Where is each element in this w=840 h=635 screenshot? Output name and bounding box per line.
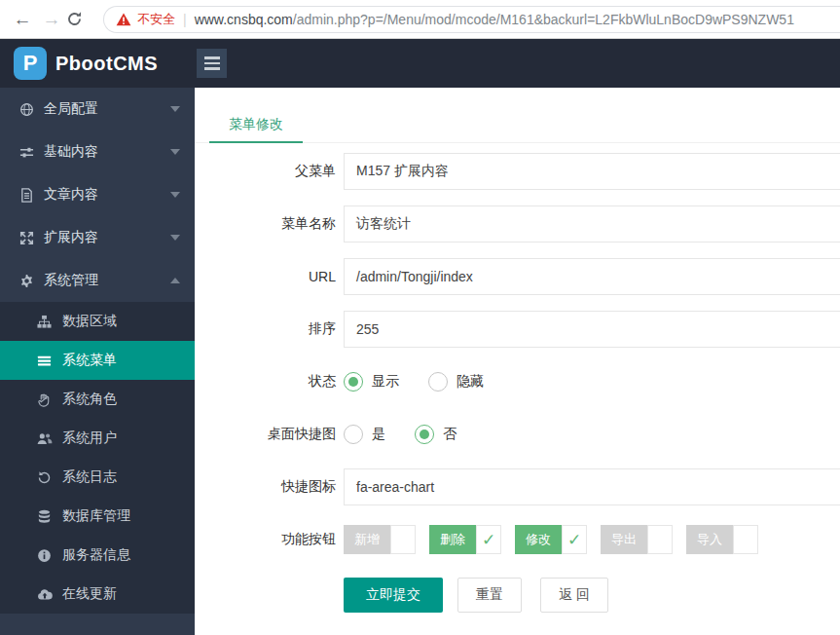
form-row-desktop-shortcut: 桌面快捷图 是 否 <box>195 416 840 453</box>
sidebar-item-label: 文章内容 <box>44 186 98 204</box>
parent-menu-select[interactable]: M157 扩展内容 <box>344 153 840 190</box>
function-toggle-export[interactable]: 导出 ✓ <box>601 525 673 554</box>
reset-button[interactable]: 重置 <box>457 578 522 613</box>
chevron-down-icon <box>170 106 180 112</box>
logo: P PbootCMS <box>0 47 195 80</box>
sidebar-item-basic-content[interactable]: 基础内容 <box>0 131 195 173</box>
sidebar-item-global-config[interactable]: 全局配置 <box>0 88 195 131</box>
hand-icon <box>37 392 53 407</box>
checkbox-icon: ✓ <box>562 525 587 554</box>
sort-input[interactable]: 255 <box>344 311 840 348</box>
field-label: 排序 <box>195 320 336 338</box>
sidebar-item-system-users[interactable]: 系统用户 <box>0 419 195 458</box>
field-label: 状态 <box>195 373 336 391</box>
shortcut-icon-input[interactable]: fa-area-chart <box>344 468 840 505</box>
address-bar[interactable]: 不安全 | www.cnsbq.com/admin.php?p=/Menu/mo… <box>103 6 840 33</box>
sidebar-toggle-button[interactable] <box>197 49 227 78</box>
sidebar-item-label: 服务器信息 <box>62 546 130 564</box>
form-row-menu-name: 菜单名称 访客统计 <box>195 205 840 243</box>
submit-button[interactable]: 立即提交 <box>344 578 443 613</box>
chevron-down-icon <box>170 235 180 241</box>
system-management-submenu: 数据区域 系统菜单 系统角色 <box>0 302 195 614</box>
checkbox-icon: ✓ <box>733 525 758 554</box>
url-input[interactable]: /admin/Tongji/index <box>344 258 840 295</box>
checkbox-icon: ✓ <box>390 525 416 554</box>
field-label: 快捷图标 <box>195 478 336 496</box>
function-toggle-add[interactable]: 新增 ✓ <box>344 525 416 554</box>
users-icon <box>37 430 53 446</box>
tab-bar: 菜单修改 <box>195 88 840 143</box>
sidebar-item-extended-content[interactable]: 扩展内容 <box>0 216 195 259</box>
warning-triangle-icon <box>116 13 131 26</box>
cms-header: P PbootCMS <box>0 39 840 88</box>
shortcut-radio-no[interactable]: 否 <box>415 425 457 444</box>
checkbox-icon: ✓ <box>476 525 501 554</box>
sidebar-item-article-content[interactable]: 文章内容 <box>0 173 195 216</box>
hamburger-icon <box>204 56 220 59</box>
field-label: URL <box>195 269 336 284</box>
form-row-parent-menu: 父菜单 M157 扩展内容 <box>195 153 840 190</box>
form-actions: 立即提交 重置 返 回 <box>344 578 840 613</box>
sidebar-item-database-management[interactable]: 数据库管理 <box>0 497 195 536</box>
form-row-shortcut-icon: 快捷图标 fa-area-chart <box>195 468 840 505</box>
function-toggle-import[interactable]: 导入 ✓ <box>686 525 758 554</box>
browser-toolbar: ← → 不安全 | www.cnsbq.com/admin.php?p=/Men… <box>0 0 840 39</box>
function-toggle-delete[interactable]: 删除 ✓ <box>429 525 501 554</box>
field-label: 功能按钮 <box>195 531 336 548</box>
menu-name-input[interactable]: 访客统计 <box>344 205 840 243</box>
sidebar: 全局配置 基础内容 文章内容 <box>0 88 195 635</box>
field-label: 父菜单 <box>195 163 336 180</box>
address-separator: | <box>183 12 187 27</box>
page: ← → 不安全 | www.cnsbq.com/admin.php?p=/Men… <box>0 0 840 635</box>
list-icon <box>37 353 53 368</box>
radio-icon <box>415 425 434 444</box>
browser-reload-button[interactable] <box>66 11 95 27</box>
shortcut-radio-yes[interactable]: 是 <box>344 425 385 444</box>
sidebar-item-system-log[interactable]: 系统日志 <box>0 458 195 497</box>
url-path: /admin.php?p=/Menu/mod/mcode/M161&backur… <box>293 12 794 27</box>
sidebar-item-label: 系统角色 <box>62 391 117 408</box>
browser-forward-button[interactable]: → <box>37 9 66 30</box>
form-row-url: URL /admin/Tongji/index <box>195 258 840 295</box>
sidebar-item-system-role[interactable]: 系统角色 <box>0 380 195 419</box>
sidebar-item-label: 扩展内容 <box>44 229 98 246</box>
page-url: www.cnsbq.com/admin.php?p=/Menu/mod/mcod… <box>195 12 794 27</box>
sidebar-item-label: 数据区域 <box>62 313 117 330</box>
cloud-upload-icon <box>37 586 53 602</box>
security-warning-label[interactable]: 不安全 <box>137 11 175 28</box>
back-button[interactable]: 返 回 <box>540 578 608 613</box>
sidebar-item-label: 系统管理 <box>44 272 98 289</box>
sidebar-item-data-area[interactable]: 数据区域 <box>0 302 195 341</box>
menu-edit-form: 父菜单 M157 扩展内容 菜单名称 访客统计 URL /admin/Tongj… <box>195 143 840 613</box>
sidebar-item-server-info[interactable]: 服务器信息 <box>0 536 195 575</box>
sidebar-item-label: 系统菜单 <box>62 352 117 369</box>
sidebar-item-system-management[interactable]: 系统管理 <box>0 259 195 302</box>
chevron-up-icon <box>170 278 180 283</box>
radio-icon <box>344 425 363 444</box>
form-row-function-buttons: 功能按钮 新增 ✓ 删除 ✓ 修改 ✓ <box>195 521 840 558</box>
sidebar-item-online-update[interactable]: 在线更新 <box>0 575 195 614</box>
globe-icon <box>19 101 35 117</box>
sliders-icon <box>19 144 35 160</box>
status-radio-hide[interactable]: 隐藏 <box>428 372 484 392</box>
gear-icon <box>19 273 35 288</box>
reload-icon <box>66 11 83 27</box>
form-row-status: 状态 显示 隐藏 <box>195 363 840 400</box>
file-icon <box>19 187 35 203</box>
radio-icon <box>344 372 363 392</box>
checkbox-icon: ✓ <box>647 525 673 554</box>
radio-icon <box>428 372 448 392</box>
sitemap-icon <box>37 314 53 329</box>
sidebar-item-label: 系统用户 <box>62 430 117 447</box>
sidebar-item-label: 系统日志 <box>62 468 117 486</box>
database-icon <box>37 508 53 524</box>
function-toggle-modify[interactable]: 修改 ✓ <box>515 525 587 554</box>
status-radio-show[interactable]: 显示 <box>344 372 399 392</box>
browser-back-button[interactable]: ← <box>8 9 37 30</box>
form-row-sort: 排序 255 <box>195 311 840 348</box>
history-icon <box>37 469 53 485</box>
tab-menu-edit[interactable]: 菜单修改 <box>209 104 303 143</box>
sidebar-item-label: 基础内容 <box>44 143 98 161</box>
info-icon <box>37 547 53 563</box>
sidebar-item-system-menu[interactable]: 系统菜单 <box>0 341 195 380</box>
